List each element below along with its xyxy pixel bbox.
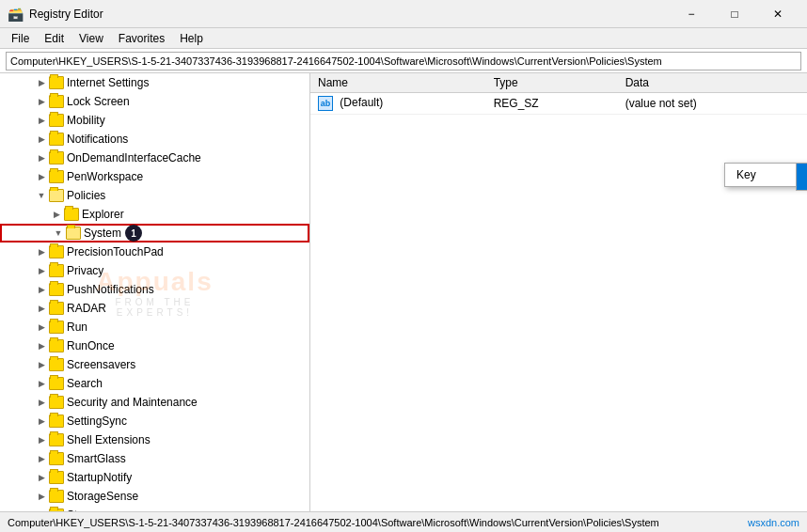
tree-item[interactable]: ▶Lock Screen <box>0 92 309 111</box>
tree-item[interactable]: ▶SmartGlass <box>0 449 309 468</box>
tree-item[interactable]: ▶Notifications <box>0 130 309 149</box>
tree-expand-icon[interactable]: ▼ <box>51 226 66 241</box>
folder-icon <box>49 76 64 89</box>
tree-expand-icon[interactable]: ▶ <box>34 451 49 466</box>
tree-item-label: StorageSense <box>67 490 138 503</box>
value-type-icon: ab <box>318 96 333 111</box>
col-data: Data <box>618 73 807 93</box>
tree-expand-icon[interactable]: ▶ <box>34 263 49 278</box>
tree-item-label: PenWorkspace <box>67 170 143 183</box>
tree-item[interactable]: ▶PenWorkspace <box>0 167 309 186</box>
value-type-cell: REG_SZ <box>486 93 618 115</box>
tree-item[interactable]: ▶PushNotifications <box>0 280 309 299</box>
menu-favorites[interactable]: Favorites <box>111 28 172 48</box>
tree-item[interactable]: ▶RADAR <box>0 299 309 318</box>
folder-icon <box>49 452 64 465</box>
menu-bar: File Edit View Favorites Help <box>0 28 807 49</box>
tree-item-label: Notifications <box>67 133 128 146</box>
tree-expand-icon[interactable]: ▶ <box>34 395 49 410</box>
folder-icon <box>49 151 64 164</box>
tree-item[interactable]: ▶Security and Maintenance <box>0 393 309 412</box>
ctx-key-label: Key <box>736 168 756 181</box>
tree-expand-icon[interactable]: ▶ <box>34 94 49 109</box>
folder-icon <box>49 509 64 511</box>
tree-item[interactable]: ▶Search <box>0 374 309 393</box>
tree-expand-icon[interactable]: ▶ <box>34 338 49 353</box>
minimize-button[interactable]: − <box>670 0 713 28</box>
tree-item[interactable]: ▶RunOnce <box>0 336 309 355</box>
values-body: ab (Default) REG_SZ (value not set) <box>310 93 807 115</box>
menu-help[interactable]: Help <box>172 28 211 48</box>
tree-expand-icon[interactable]: ▶ <box>34 75 49 90</box>
website-text: wsxdn.com <box>748 517 799 528</box>
folder-icon <box>49 415 64 428</box>
titlebar-controls: − □ ✕ <box>670 0 799 28</box>
address-bar <box>0 49 807 73</box>
tree-item[interactable]: ▶StartupNotify <box>0 468 309 487</box>
value-name-cell: ab (Default) <box>310 93 486 115</box>
menu-view[interactable]: View <box>71 28 111 48</box>
tree-item[interactable]: ▶OnDemandInterfaceCache <box>0 149 309 167</box>
right-panel: Name Type Data ab (Default) REG_SZ (valu… <box>310 73 807 511</box>
menu-file[interactable]: File <box>4 28 37 48</box>
tree-expand-icon[interactable]: ▶ <box>34 169 49 184</box>
tree-item[interactable]: ▶Explorer <box>0 205 309 224</box>
ctx-new-button[interactable]: New▶2 <box>796 163 807 191</box>
ctx-key-item[interactable]: Key <box>725 164 807 186</box>
folder-icon <box>49 358 64 371</box>
tree-item[interactable]: ▶Internet Settings <box>0 73 309 92</box>
address-input[interactable] <box>6 52 801 70</box>
tree-item[interactable]: ▶PrecisionTouchPad <box>0 243 309 261</box>
folder-icon <box>49 245 64 258</box>
tree-expand-icon[interactable]: ▶ <box>34 150 49 165</box>
tree-panel[interactable]: Appuals FROM THE EXPERTS! ▶Internet Sett… <box>0 73 310 511</box>
tree-expand-icon[interactable]: ▶ <box>34 357 49 372</box>
status-text: Computer\HKEY_USERS\S-1-5-21-3407337436-… <box>8 517 748 528</box>
tree-item[interactable]: ▶Shell Extensions <box>0 430 309 449</box>
title-bar: 🗃️ Registry Editor − □ ✕ <box>0 0 807 28</box>
tree-expand-icon[interactable]: ▶ <box>34 470 49 485</box>
tree-expand-icon[interactable]: ▶ <box>34 489 49 504</box>
tree-item-label: SmartGlass <box>67 452 126 465</box>
tree-item[interactable]: ▶Screensavers <box>0 355 309 374</box>
tree-expand-icon[interactable]: ▶ <box>34 301 49 316</box>
tree-item-label: PushNotifications <box>67 283 154 296</box>
tree-item[interactable]: ▼System1 <box>0 224 309 243</box>
table-row[interactable]: ab (Default) REG_SZ (value not set) <box>310 93 807 115</box>
tree-expand-icon[interactable]: ▶ <box>34 432 49 447</box>
tree-item-label: RADAR <box>67 302 106 315</box>
tree-expand-icon[interactable]: ▼ <box>34 188 49 203</box>
tree-item-label: Explorer <box>82 208 124 221</box>
step1-badge: 1 <box>125 225 142 242</box>
tree-expand-icon[interactable]: ▶ <box>49 207 64 222</box>
tree-item[interactable]: ▶Privacy <box>0 261 309 280</box>
tree-item[interactable]: ▼Policies <box>0 186 309 205</box>
maximize-button[interactable]: □ <box>713 0 756 28</box>
menu-edit[interactable]: Edit <box>37 28 71 48</box>
tree-expand-icon[interactable]: ▶ <box>34 320 49 335</box>
folder-icon <box>66 227 81 240</box>
tree-expand-icon[interactable]: ▶ <box>34 132 49 147</box>
folder-icon <box>64 208 79 221</box>
folder-icon <box>49 321 64 334</box>
tree-item[interactable]: ▶StorageSense <box>0 487 309 506</box>
tree-item[interactable]: ▶Mobility <box>0 111 309 130</box>
tree-expand-icon[interactable]: ▶ <box>34 113 49 128</box>
tree-item[interactable]: ▶SettingSync <box>0 412 309 430</box>
tree-item[interactable]: ▶Run <box>0 318 309 336</box>
folder-icon <box>49 433 64 446</box>
tree-expand-icon[interactable]: ▶ <box>34 508 49 511</box>
tree-expand-icon[interactable]: ▶ <box>34 376 49 391</box>
tree-expand-icon[interactable]: ▶ <box>34 244 49 259</box>
close-button[interactable]: ✕ <box>756 0 799 28</box>
tree-expand-icon[interactable]: ▶ <box>34 282 49 297</box>
tree-item-label: Run <box>67 321 87 334</box>
app-icon: 🗃️ <box>8 7 24 22</box>
folder-icon <box>49 377 64 390</box>
folder-icon <box>49 471 64 484</box>
tree-item-label: StartupNotify <box>67 471 132 484</box>
tree-expand-icon[interactable]: ▶ <box>34 414 49 429</box>
tree-item-label: RunOnce <box>67 339 115 352</box>
tree-item[interactable]: ▶Store <box>0 506 309 511</box>
status-bar: Computer\HKEY_USERS\S-1-5-21-3407337436-… <box>0 511 807 532</box>
